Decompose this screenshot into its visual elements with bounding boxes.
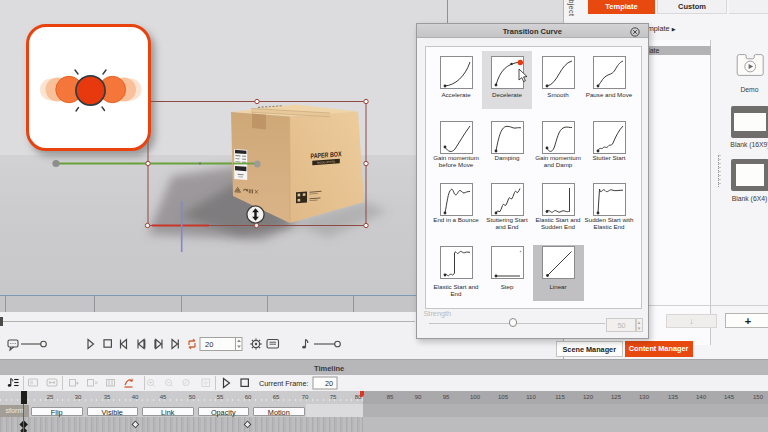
svg-text:Current Frame:: Current Frame: xyxy=(259,379,308,388)
svg-text:20: 20 xyxy=(325,379,333,388)
svg-text:20: 20 xyxy=(205,340,213,349)
